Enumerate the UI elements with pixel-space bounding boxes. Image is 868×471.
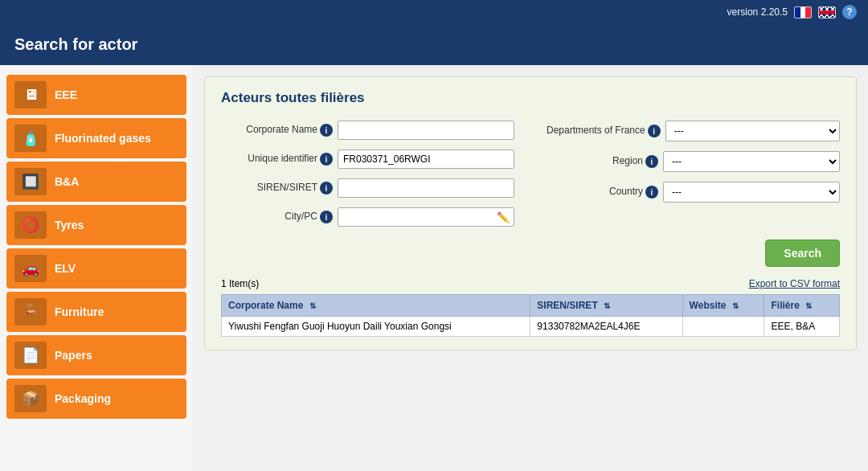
sidebar-label-fluorinated: Fluorinated gases bbox=[55, 132, 151, 145]
form-right: Departments of France i --- Region i bbox=[547, 121, 840, 227]
top-bar: version 2.20.5 ? bbox=[0, 0, 868, 24]
sidebar-icon-tyres: ⭕ bbox=[14, 211, 47, 239]
city-pc-row: City/PC i ✏️ bbox=[221, 207, 514, 227]
region-info-icon[interactable]: i bbox=[645, 155, 658, 168]
flag-french-icon[interactable] bbox=[794, 6, 812, 18]
corporate-name-input[interactable] bbox=[338, 121, 514, 140]
country-select[interactable]: --- bbox=[663, 182, 840, 203]
corporate-name-label: Corporate Name bbox=[221, 124, 317, 137]
sidebar-item-tyres[interactable]: ⭕ Tyres bbox=[6, 205, 186, 245]
col-header-corporate_name[interactable]: Corporate Name ⇅ bbox=[222, 295, 530, 317]
corporate-name-info-icon[interactable]: i bbox=[320, 124, 333, 137]
table-header-row: Corporate Name ⇅SIREN/SIRET ⇅Website ⇅Fi… bbox=[222, 295, 840, 317]
city-pc-input[interactable] bbox=[338, 208, 493, 226]
sort-icon-website: ⇅ bbox=[732, 301, 739, 310]
results-header: 1 Item(s) Export to CSV format bbox=[221, 278, 840, 289]
country-label-group: Country i bbox=[547, 186, 658, 199]
region-label-group: Region i bbox=[547, 155, 658, 168]
table-row[interactable]: Yiwushi Fengfan Guoji Huoyun Daili Youxi… bbox=[222, 317, 840, 337]
sort-icon-siren_siret: ⇅ bbox=[604, 301, 610, 310]
unique-identifier-label: Unique identifier bbox=[221, 153, 317, 166]
page-title: Search for actor bbox=[14, 35, 137, 53]
departments-row: Departments of France i --- bbox=[547, 121, 840, 141]
corporate-name-label-group: Corporate Name i bbox=[221, 124, 333, 137]
unique-identifier-info-icon[interactable]: i bbox=[320, 153, 333, 166]
sidebar-item-bna[interactable]: 🔲 B&A bbox=[6, 162, 186, 202]
departments-info-icon[interactable]: i bbox=[648, 125, 661, 137]
col-header-filiere[interactable]: Filière ⇅ bbox=[764, 295, 840, 317]
sidebar-icon-elv: 🚗 bbox=[14, 255, 47, 282]
sidebar-label-papers: Papers bbox=[55, 349, 92, 362]
cell-filiere: EEE, B&A bbox=[764, 317, 840, 337]
form-left: Corporate Name i Unique identifier i bbox=[221, 121, 514, 227]
sidebar-label-packaging: Packaging bbox=[55, 392, 111, 405]
search-form: Corporate Name i Unique identifier i bbox=[221, 121, 840, 227]
cell-siren_siret: 91330782MA2EAL4J6E bbox=[530, 317, 682, 337]
sidebar-item-fluorinated[interactable]: 🧴 Fluorinated gases bbox=[6, 118, 186, 158]
siren-siret-label: SIREN/SIRET bbox=[221, 182, 317, 195]
version-label: version 2.20.5 bbox=[727, 6, 788, 18]
page-header: Search for actor bbox=[0, 24, 868, 65]
sidebar-icon-packaging: 📦 bbox=[14, 385, 47, 412]
table-body: Yiwushi Fengfan Guoji Huoyun Daili Youxi… bbox=[222, 317, 840, 337]
sidebar-icon-bna: 🔲 bbox=[14, 168, 47, 195]
region-label: Region bbox=[547, 155, 643, 168]
main-layout: 🖥 EEE 🧴 Fluorinated gases 🔲 B&A ⭕ Tyres … bbox=[0, 65, 868, 471]
sidebar-label-tyres: Tyres bbox=[55, 219, 84, 231]
sidebar-icon-papers: 📄 bbox=[14, 342, 47, 369]
sidebar-item-packaging[interactable]: 📦 Packaging bbox=[6, 379, 186, 419]
sidebar-label-elv: ELV bbox=[55, 262, 76, 275]
col-header-siren_siret[interactable]: SIREN/SIRET ⇅ bbox=[530, 295, 682, 317]
unique-identifier-label-group: Unique identifier i bbox=[221, 153, 333, 166]
col-header-website[interactable]: Website ⇅ bbox=[682, 295, 764, 317]
content-area: Acteurs toutes filières Corporate Name i bbox=[193, 65, 868, 471]
results-count: 1 Item(s) bbox=[221, 278, 259, 289]
unique-identifier-row: Unique identifier i bbox=[221, 149, 514, 169]
cell-corporate_name: Yiwushi Fengfan Guoji Huoyun Daili Youxi… bbox=[222, 317, 530, 337]
departments-label: Departments of France bbox=[547, 125, 645, 137]
city-pc-info-icon[interactable]: i bbox=[320, 211, 333, 223]
sidebar-item-elv[interactable]: 🚗 ELV bbox=[6, 248, 186, 289]
sidebar-label-furniture: Furniture bbox=[55, 305, 104, 318]
sidebar-item-papers[interactable]: 📄 Papers bbox=[6, 335, 186, 375]
siren-siret-row: SIREN/SIRET i bbox=[221, 178, 514, 198]
search-button[interactable]: Search bbox=[765, 240, 840, 267]
export-csv-link[interactable]: Export to CSV format bbox=[749, 278, 840, 289]
table-header: Corporate Name ⇅SIREN/SIRET ⇅Website ⇅Fi… bbox=[222, 295, 840, 317]
country-row: Country i --- bbox=[547, 182, 840, 203]
search-button-row: Search bbox=[221, 240, 840, 267]
sidebar-label-eee: EEE bbox=[55, 88, 77, 101]
panel-title: Acteurs toutes filières bbox=[221, 90, 840, 106]
sort-icon-filiere: ⇅ bbox=[805, 301, 812, 310]
sidebar-item-furniture[interactable]: 🪑 Furniture bbox=[6, 292, 186, 332]
city-pc-label-group: City/PC i bbox=[221, 211, 333, 223]
siren-siret-input[interactable] bbox=[338, 178, 514, 198]
departments-label-group: Departments of France i bbox=[547, 125, 661, 137]
city-pc-label: City/PC bbox=[221, 211, 317, 223]
city-pc-edit-icon[interactable]: ✏️ bbox=[493, 210, 514, 225]
sidebar-icon-furniture: 🪑 bbox=[14, 298, 47, 326]
flag-english-icon[interactable] bbox=[818, 6, 836, 18]
city-pc-input-wrapper: ✏️ bbox=[338, 207, 514, 227]
corporate-name-row: Corporate Name i bbox=[221, 121, 514, 140]
country-info-icon[interactable]: i bbox=[645, 186, 658, 199]
results-table: Corporate Name ⇅SIREN/SIRET ⇅Website ⇅Fi… bbox=[221, 294, 840, 337]
sidebar-item-eee[interactable]: 🖥 EEE bbox=[6, 75, 186, 115]
sidebar-label-bna: B&A bbox=[55, 175, 79, 188]
siren-siret-info-icon[interactable]: i bbox=[320, 182, 333, 195]
region-row: Region i --- bbox=[547, 151, 840, 172]
siren-siret-label-group: SIREN/SIRET i bbox=[221, 182, 333, 195]
departments-select[interactable]: --- bbox=[665, 121, 840, 141]
cell-website bbox=[682, 317, 764, 337]
search-panel: Acteurs toutes filières Corporate Name i bbox=[204, 76, 857, 350]
country-label: Country bbox=[547, 186, 643, 199]
sidebar-icon-eee: 🖥 bbox=[14, 81, 47, 109]
sort-icon-corporate_name: ⇅ bbox=[309, 301, 316, 310]
region-select[interactable]: --- bbox=[663, 151, 840, 172]
unique-identifier-input[interactable] bbox=[338, 149, 514, 169]
sidebar-icon-fluorinated: 🧴 bbox=[14, 125, 47, 152]
help-icon[interactable]: ? bbox=[842, 5, 857, 19]
sidebar: 🖥 EEE 🧴 Fluorinated gases 🔲 B&A ⭕ Tyres … bbox=[0, 65, 193, 471]
